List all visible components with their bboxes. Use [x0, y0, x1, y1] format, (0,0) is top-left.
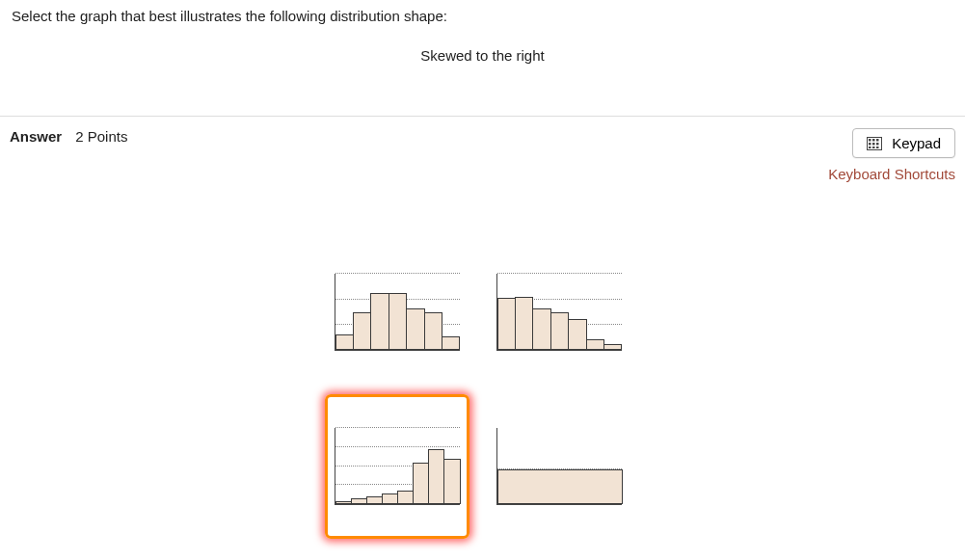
bar [586, 339, 604, 350]
histogram [335, 428, 460, 505]
bar [515, 297, 533, 350]
bar [351, 498, 367, 504]
bar [397, 491, 414, 504]
bar [382, 493, 398, 504]
keypad-icon [867, 137, 882, 150]
svg-rect-4 [869, 143, 871, 146]
bar [366, 496, 383, 504]
bars [497, 428, 622, 504]
bar [335, 501, 352, 504]
bars [335, 428, 460, 504]
bar [353, 312, 371, 351]
bar [497, 469, 623, 504]
keypad-button-label: Keypad [892, 135, 941, 151]
answer-bar: Answer 2 Points Keypad Keyboard S [0, 117, 965, 182]
bar [443, 459, 460, 504]
bar [413, 463, 429, 504]
bar [603, 344, 622, 350]
answer-choices [0, 240, 965, 548]
svg-rect-9 [876, 147, 879, 148]
svg-rect-5 [872, 143, 875, 146]
histogram [496, 274, 622, 351]
bar [497, 298, 516, 350]
svg-rect-8 [872, 147, 875, 148]
choice-2[interactable] [487, 240, 631, 385]
question-block: Select the graph that best illustrates t… [0, 0, 965, 93]
svg-rect-1 [869, 139, 871, 142]
svg-rect-2 [872, 139, 875, 142]
keypad-button[interactable]: Keypad [852, 128, 955, 158]
bar [428, 449, 444, 504]
svg-rect-3 [876, 139, 879, 142]
svg-rect-7 [869, 147, 871, 148]
histogram [335, 274, 460, 351]
choice-4[interactable] [487, 394, 631, 539]
bars [335, 274, 460, 350]
bar [568, 319, 586, 350]
histogram [496, 428, 622, 505]
bar [532, 308, 550, 350]
choice-3[interactable] [325, 394, 469, 539]
question-prompt: Select the graph that best illustrates t… [12, 8, 953, 24]
svg-rect-6 [876, 143, 879, 146]
answer-label: Answer [10, 128, 62, 145]
question-shape: Skewed to the right [12, 47, 953, 64]
bar [424, 312, 442, 351]
right-controls: Keypad Keyboard Shortcuts [828, 128, 955, 182]
choice-1[interactable] [325, 240, 469, 385]
bar [389, 293, 407, 350]
bar [370, 293, 389, 350]
bar [335, 334, 354, 350]
bar [550, 312, 569, 351]
points-label: 2 Points [75, 128, 127, 145]
bars [497, 274, 622, 350]
bar [406, 308, 424, 350]
bar [442, 336, 460, 350]
keyboard-shortcuts-link[interactable]: Keyboard Shortcuts [828, 166, 955, 182]
